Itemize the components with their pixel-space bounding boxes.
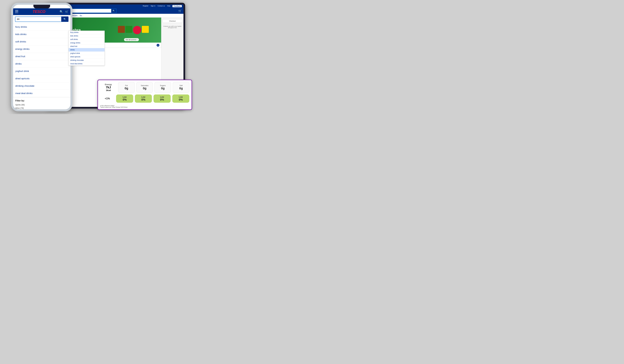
- phone-suggestion-meal-deal-drinks[interactable]: meal deal drinks: [13, 90, 70, 97]
- sp-link[interactable]: Sp...: [80, 15, 83, 17]
- dropdown-item-dried-apricots[interactable]: dried apricots: [69, 55, 104, 59]
- basket-message: Products you add to your basket will app…: [162, 25, 182, 28]
- phone-search-bar: 🔍: [13, 15, 70, 23]
- footnote-1: of the reference intake*: [100, 105, 189, 106]
- sugars-cell: Sugars 0g: [155, 82, 171, 93]
- phone-suggestion-drinking-chocolate[interactable]: drinking chocolate: [13, 82, 70, 90]
- pct-cell: <1%: [100, 95, 114, 103]
- see-all-summer-btn[interactable]: See all summer ›: [124, 38, 139, 41]
- saturates-pct-green: 0%: [141, 98, 145, 101]
- fat-cell: Fat 0g: [118, 82, 135, 93]
- saturates-low-cell: Low 0%: [135, 95, 152, 103]
- saturates-label: Saturates: [141, 84, 149, 87]
- help-link[interactable]: Help: [167, 5, 170, 7]
- saturates-cell: Saturates 0g: [136, 82, 153, 93]
- dropdown-item-drinks[interactable]: drinks: [69, 48, 104, 52]
- sugars-low-cell: Low 0%: [154, 95, 171, 103]
- contact-link[interactable]: Contact us: [157, 5, 165, 7]
- nutrition-bottom-row: <1% Low 0% Low 0% Low 0% Low 0%: [98, 95, 191, 104]
- dropdown-item-kids-drinks[interactable]: kids drinks: [69, 34, 104, 38]
- sugars-value: 0g: [161, 87, 165, 90]
- dropdown-item-meal-deal-drinks[interactable]: meal deal drinks: [69, 62, 104, 66]
- phone: MENU TESCO 🔍 🛒 🔍 fizzy drinks kids drink…: [11, 3, 72, 111]
- search-dropdown: fizzy drinks kids drinks soft drinks ene…: [69, 31, 105, 66]
- phone-notch: [33, 5, 50, 8]
- signin-link[interactable]: Sign in: [151, 5, 155, 7]
- phone-suggestions: fizzy drinks kids drinks soft drinks ene…: [13, 23, 70, 109]
- dropdown-item-fizzy-drinks[interactable]: fizzy drinks: [69, 31, 104, 34]
- fat-low-label: Low: [123, 96, 127, 98]
- dropdown-item-yoghurt-drink[interactable]: yoghurt drink: [69, 52, 104, 55]
- dropdown-item-dried-fruit[interactable]: dried fruit: [69, 45, 104, 48]
- fat-pct-green: 0%: [123, 98, 127, 101]
- phone-menu-button[interactable]: MENU: [15, 10, 18, 14]
- phone-suggestion-drinks[interactable]: drinks: [13, 60, 70, 68]
- nutrition-footnote: of the reference intake* Typical values …: [98, 104, 191, 109]
- phone-search-icon[interactable]: 🔍: [60, 10, 63, 13]
- pct-value: <1%: [105, 97, 110, 100]
- tesco-logo-phone: TESCO: [33, 9, 45, 14]
- energy-label: Energy: [105, 83, 112, 86]
- energy-kcal: 1kcal: [106, 89, 111, 91]
- phone-suggestion-soft-drinks[interactable]: soft drinks: [13, 38, 70, 46]
- phone-cart-icon[interactable]: 🛒: [65, 10, 69, 13]
- phone-header: MENU TESCO 🔍 🛒: [13, 8, 70, 15]
- dropdown-item-soft-drinks[interactable]: soft drinks: [69, 38, 104, 41]
- phone-filter-title: Filter by:: [15, 99, 68, 102]
- phone-icons: 🔍 🛒: [60, 10, 69, 13]
- phone-screen: MENU TESCO 🔍 🛒 🔍 fizzy drinks kids drink…: [13, 5, 70, 109]
- menu-label: MENU: [15, 12, 18, 14]
- salt-low-cell: Low 0%: [172, 95, 189, 103]
- salt-value: 0g: [179, 87, 183, 90]
- phone-suggestion-dried-apricots[interactable]: dried apricots: [13, 75, 70, 82]
- saturates-value: 0g: [143, 87, 146, 90]
- phone-suggestion-yoghurt-drink[interactable]: yoghurt drink: [13, 68, 70, 75]
- phone-suggestion-energy-drinks[interactable]: energy drinks: [13, 46, 70, 53]
- sugars-label: Sugars: [160, 84, 166, 87]
- salt-label: Salt: [180, 84, 182, 87]
- fat-low-cell: Low 0%: [116, 95, 133, 103]
- energy-kj: 7kJ: [106, 86, 111, 89]
- phone-filter-section: Filter by: Spirits (66) Wine (78): [13, 97, 70, 109]
- phone-suggestion-dried-fruit[interactable]: dried fruit: [13, 53, 70, 60]
- checkout-button[interactable]: Checkout: [162, 19, 182, 23]
- dropdown-item-drinking-chocolate[interactable]: drinking chocolate: [69, 59, 104, 62]
- salt-pct-green: 0%: [179, 98, 183, 101]
- register-link[interactable]: Register: [143, 5, 148, 7]
- fat-label: Fat: [125, 84, 128, 87]
- sugars-pct-green: 0%: [160, 98, 164, 101]
- phone-suggestion-fizzy-drinks[interactable]: fizzy drinks: [13, 23, 70, 31]
- feedback-link[interactable]: Feedback: [172, 5, 182, 7]
- phone-filter-spirits[interactable]: Spirits (66): [15, 103, 68, 106]
- nutrition-card: Energy 7kJ 1kcal Fat 0g Saturates 0g Sug…: [97, 80, 192, 110]
- show-more-plus-icon[interactable]: +: [156, 44, 159, 47]
- salt-low-label: Low: [179, 96, 183, 98]
- saturates-low-label: Low: [141, 96, 145, 98]
- salt-cell: Salt 0g: [173, 82, 189, 93]
- nutrition-top-row: Energy 7kJ 1kcal Fat 0g Saturates 0g Sug…: [98, 80, 191, 95]
- tablet-cart-icon[interactable]: 🛒: [178, 9, 182, 13]
- energy-cell: Energy 7kJ 1kcal: [100, 82, 116, 93]
- phone-filter-wine[interactable]: Wine (78): [15, 106, 68, 109]
- fat-value: 0g: [125, 87, 128, 90]
- phone-search-button[interactable]: 🔍: [61, 16, 69, 22]
- sugars-low-label: Low: [160, 96, 164, 98]
- dropdown-item-energy-drinks[interactable]: energy drinks: [69, 41, 104, 45]
- tablet-search-button[interactable]: 🔍: [111, 9, 116, 13]
- footnote-2: Typical values per 100g: Energy 2kJ/0.4k…: [100, 106, 189, 108]
- phone-search-input[interactable]: [15, 17, 61, 22]
- phone-suggestion-kids-drinks[interactable]: kids drinks: [13, 31, 70, 38]
